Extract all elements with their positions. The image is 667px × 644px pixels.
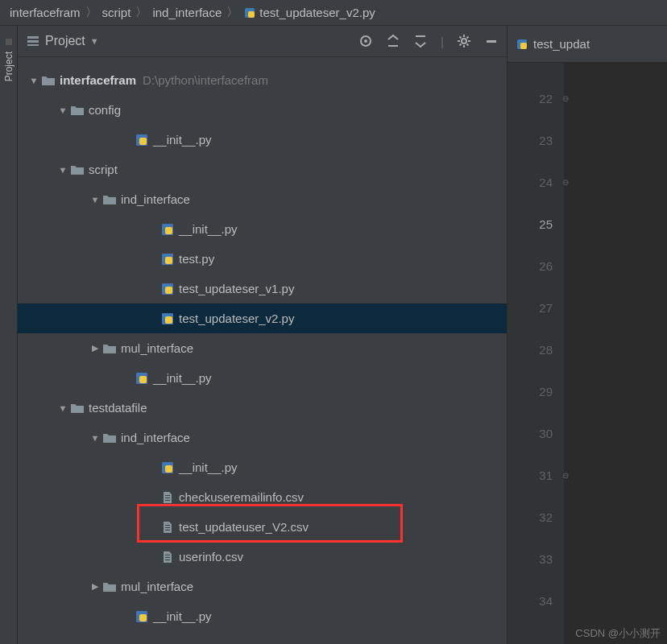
tree-item[interactable]: ▶mul_interface bbox=[18, 333, 507, 363]
tree-item[interactable]: ▶__init__.py bbox=[18, 363, 507, 393]
tool-window-indicator bbox=[6, 39, 12, 45]
tree-item[interactable]: ▶__init__.py bbox=[18, 452, 507, 482]
svg-rect-26 bbox=[139, 376, 147, 383]
breadcrumb[interactable]: interfacefram 〉 script 〉 ind_interface 〉… bbox=[0, 0, 667, 26]
py-icon bbox=[160, 461, 176, 474]
py-icon bbox=[160, 312, 176, 325]
dropdown-icon[interactable]: ▼ bbox=[90, 36, 99, 46]
tree-item-label: interfacefram bbox=[60, 73, 136, 87]
tree-item-label: test_updateser_v2.py bbox=[179, 312, 294, 325]
tree-item[interactable]: ▼testdatafile bbox=[18, 393, 507, 423]
gutter-line-number[interactable]: 34 bbox=[508, 580, 564, 621]
breadcrumb-item[interactable]: ind_interface bbox=[152, 6, 222, 19]
divider: | bbox=[441, 35, 444, 48]
code-area[interactable] bbox=[564, 63, 667, 644]
gutter-line-number[interactable]: 29 bbox=[508, 370, 564, 412]
folder-icon bbox=[69, 104, 85, 117]
tree-item-label: userinfo.csv bbox=[179, 550, 243, 564]
project-panel-header: Project ▼ | bbox=[18, 26, 507, 57]
tree-item[interactable]: ▼config bbox=[18, 95, 507, 125]
tree-item[interactable]: ▶__init__.py bbox=[18, 214, 507, 244]
gutter-line-number[interactable]: 23 bbox=[508, 119, 564, 161]
editor-gutter[interactable]: 22⊖2324⊖25262728293031⊖323334 bbox=[508, 63, 564, 644]
editor-tab-label[interactable]: test_updat bbox=[533, 37, 590, 51]
chevron-down-icon[interactable]: ▼ bbox=[56, 105, 69, 115]
chevron-right-icon[interactable]: ▶ bbox=[89, 343, 102, 353]
breadcrumb-item[interactable]: interfacefram bbox=[10, 6, 81, 19]
project-panel-title[interactable]: Project bbox=[45, 34, 85, 48]
svg-rect-36 bbox=[165, 555, 170, 555]
gutter-line-number[interactable]: 22⊖ bbox=[508, 77, 564, 119]
file-icon bbox=[160, 491, 176, 504]
chevron-down-icon[interactable]: ▼ bbox=[27, 76, 40, 85]
tree-item[interactable]: ▶__init__.py bbox=[18, 125, 507, 155]
gutter-line-number[interactable]: 27 bbox=[508, 287, 564, 328]
svg-rect-4 bbox=[27, 44, 39, 46]
gutter-line-number[interactable]: 30 bbox=[508, 412, 564, 454]
breadcrumb-item[interactable]: test_updateser_v2.py bbox=[259, 6, 375, 19]
file-icon bbox=[160, 551, 176, 564]
tree-item[interactable]: ▶test_updateser_v2.py bbox=[18, 303, 507, 333]
editor-tabs[interactable]: test_updat bbox=[508, 26, 667, 63]
tree-item[interactable]: ▶mul_interface bbox=[18, 572, 507, 601]
gutter-line-number[interactable]: 25 bbox=[508, 203, 564, 245]
tree-item[interactable]: ▶test.py bbox=[18, 244, 507, 274]
chevron-down-icon[interactable]: ▼ bbox=[56, 165, 69, 175]
py-icon bbox=[134, 610, 150, 623]
tree-item[interactable]: ▼ind_interface bbox=[18, 184, 507, 214]
folder-icon bbox=[102, 580, 118, 593]
tree-item-label: __init__.py bbox=[153, 609, 212, 623]
svg-rect-30 bbox=[165, 495, 170, 496]
fold-icon[interactable]: ⊖ bbox=[562, 94, 569, 103]
svg-point-6 bbox=[364, 39, 367, 43]
fold-icon[interactable]: ⊖ bbox=[562, 471, 569, 480]
tree-item[interactable]: ▶test_updateser_v1.py bbox=[18, 274, 507, 303]
breadcrumb-separator: 〉 bbox=[85, 5, 97, 20]
py-icon bbox=[134, 134, 150, 147]
gutter-line-number[interactable]: 33 bbox=[508, 538, 564, 580]
tree-item-label: config bbox=[89, 103, 121, 117]
project-tool-tab[interactable]: Project bbox=[3, 52, 14, 81]
folder-icon bbox=[102, 342, 118, 355]
gear-icon[interactable] bbox=[457, 34, 471, 48]
collapse-all-icon[interactable] bbox=[413, 34, 428, 48]
tree-item-label: mul_interface bbox=[121, 580, 193, 593]
folder-icon bbox=[102, 193, 118, 206]
expand-all-icon[interactable] bbox=[386, 34, 400, 48]
tool-window-bar[interactable]: Project bbox=[0, 26, 18, 644]
tree-item-label: script bbox=[89, 163, 118, 176]
tree-item[interactable]: ▶checkuseremailinfo.csv bbox=[18, 482, 507, 512]
svg-rect-31 bbox=[165, 497, 170, 498]
chevron-right-icon[interactable]: ▶ bbox=[89, 581, 102, 592]
svg-rect-33 bbox=[165, 525, 170, 526]
tree-item[interactable]: ▶userinfo.csv bbox=[18, 542, 507, 572]
project-tree[interactable]: ▼interfaceframD:\python\interfacefram▼co… bbox=[18, 57, 507, 644]
gutter-line-number[interactable]: 24⊖ bbox=[508, 161, 564, 203]
svg-rect-3 bbox=[27, 40, 39, 43]
py-icon bbox=[160, 283, 176, 295]
tree-item-label: mul_interface bbox=[121, 341, 193, 355]
gutter-line-number[interactable]: 28 bbox=[508, 328, 564, 370]
chevron-down-icon[interactable]: ▼ bbox=[89, 433, 102, 443]
breadcrumb-item[interactable]: script bbox=[102, 6, 131, 19]
svg-rect-1 bbox=[248, 11, 255, 18]
gutter-line-number[interactable]: 26 bbox=[508, 245, 564, 287]
tree-item[interactable]: ▼ind_interface bbox=[18, 423, 507, 452]
gutter-line-number[interactable]: 32 bbox=[508, 496, 564, 538]
tree-item-hint: D:\python\interfacefram bbox=[143, 73, 268, 87]
tree-item[interactable]: ▼interfaceframD:\python\interfacefram bbox=[18, 65, 507, 95]
python-file-icon bbox=[243, 6, 256, 19]
fold-icon[interactable]: ⊖ bbox=[562, 178, 569, 187]
chevron-down-icon[interactable]: ▼ bbox=[56, 403, 69, 413]
gutter-line-number[interactable]: 31⊖ bbox=[508, 454, 564, 496]
python-file-icon bbox=[516, 38, 528, 51]
chevron-down-icon[interactable]: ▼ bbox=[89, 195, 102, 204]
tree-item[interactable]: ▶test_updateuser_V2.csv bbox=[18, 512, 507, 542]
tree-item-label: __init__.py bbox=[179, 460, 238, 474]
minimize-icon[interactable] bbox=[484, 34, 499, 48]
svg-rect-38 bbox=[165, 559, 170, 560]
svg-rect-14 bbox=[165, 227, 172, 234]
tree-item[interactable]: ▶__init__.py bbox=[18, 601, 507, 631]
tree-item[interactable]: ▼script bbox=[18, 155, 507, 184]
locate-icon[interactable] bbox=[358, 34, 373, 48]
